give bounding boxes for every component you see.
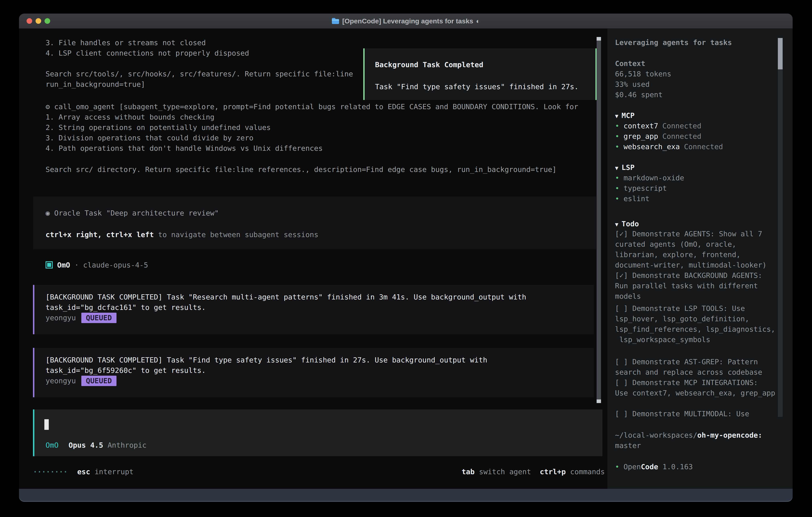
todo-line-active: lsp_workspace_symbols bbox=[615, 334, 710, 345]
main-scrollbar-thumb-top[interactable] bbox=[597, 37, 601, 40]
session-title: Leveraging agents for tasks bbox=[615, 37, 732, 48]
input-agent-name[interactable]: OmO bbox=[46, 441, 59, 449]
tool-call-line: Search src/ directory. Return specific f… bbox=[46, 164, 557, 175]
chevron-down-icon: ▼ bbox=[615, 165, 618, 171]
oracle-shortcut-hint: ctrl+x right, ctrl+x left to navigate be… bbox=[46, 229, 318, 240]
agent-header: OmO · claude-opus-4-5 bbox=[46, 260, 148, 270]
close-button[interactable] bbox=[27, 18, 32, 24]
status-dot-icon: • bbox=[615, 194, 619, 203]
tool-call-text: call_omo_agent [subagent_type=explore, p… bbox=[54, 103, 578, 111]
scrollback-line: run_in_background=true] bbox=[46, 79, 145, 89]
app-version: •OpenCode 1.0.163 bbox=[615, 462, 693, 472]
status-dot-icon: • bbox=[615, 132, 619, 140]
status-badge: QUEUED bbox=[81, 313, 116, 323]
minimize-button[interactable] bbox=[35, 18, 41, 24]
mcp-item: •websearch_exaConnected bbox=[615, 141, 723, 152]
statusbar-right: tabswitch agentctrl+pcommands bbox=[462, 467, 605, 477]
sidebar-scrollbar-thumb[interactable] bbox=[778, 38, 783, 70]
todo-line-done: models bbox=[615, 291, 641, 301]
tool-call-line: 2. String operations on potentially unde… bbox=[46, 123, 271, 133]
lsp-section-header[interactable]: ▼LSP bbox=[615, 162, 635, 173]
message-author: yeongyu bbox=[46, 314, 76, 322]
mcp-section-header[interactable]: ▼MCP bbox=[615, 110, 635, 121]
context-heading: Context bbox=[615, 58, 645, 69]
message-line: [BACKGROUND TASK COMPLETED] Task "Resear… bbox=[46, 292, 526, 302]
terminal-window: [OpenCode] Leveraging agents for tasks ◐… bbox=[19, 13, 793, 502]
mcp-heading: MCP bbox=[621, 111, 635, 119]
message-meta: yeongyuQUEUED bbox=[46, 313, 116, 323]
lsp-item-name: eslint bbox=[624, 194, 649, 203]
esc-key-hint: esc bbox=[77, 468, 90, 476]
todo-line-pending: [ ] Demonstrate MCP INTEGRATIONS: bbox=[615, 377, 758, 388]
version-number: 1.0.163 bbox=[658, 463, 693, 471]
text-cursor bbox=[45, 419, 49, 430]
esc-key-label: interrupt bbox=[94, 468, 134, 476]
mcp-item-status: Connected bbox=[662, 122, 701, 130]
prompt-input[interactable]: OmOOpus 4.5Anthropic bbox=[33, 409, 602, 456]
message-line: task_id="bg_6f59260c" to get results. bbox=[46, 365, 206, 376]
todo-line-active: lsp_hover, lsp_goto_definition, bbox=[615, 314, 749, 324]
record-icon: ◉ bbox=[46, 209, 54, 217]
status-dot-icon: • bbox=[615, 184, 619, 192]
main-scrollbar-thumb-bottom[interactable] bbox=[597, 400, 601, 403]
oracle-task-title: ◉ Oracle Task "Deep architecture review" bbox=[46, 208, 219, 218]
todo-line-done: librarian, explore, frontend, bbox=[615, 249, 741, 260]
spinner-dots: ········ bbox=[33, 468, 67, 476]
message-line: [BACKGROUND TASK COMPLETED] Task "Find t… bbox=[46, 355, 487, 365]
notification-body: Task "Find type safety issues" finished … bbox=[375, 82, 579, 92]
status-dot-icon: • bbox=[615, 174, 619, 182]
scrollback-line: 3. File handles or streams not closed bbox=[46, 37, 206, 48]
agent-model: claude-opus-4-5 bbox=[83, 261, 148, 269]
message-line: task_id="bg_dcfac161" to get results. bbox=[46, 302, 206, 313]
status-dot-icon: • bbox=[615, 463, 619, 471]
input-provider: Anthropic bbox=[108, 441, 146, 449]
mcp-item-status: Connected bbox=[684, 142, 723, 151]
agent-icon bbox=[46, 261, 53, 269]
tool-call-line: ⚙ call_omo_agent [subagent_type=explore,… bbox=[46, 102, 578, 112]
lsp-item: •eslint bbox=[615, 193, 649, 204]
workspace-repo: oh-my-opencode: bbox=[697, 431, 762, 439]
mcp-item-status: Connected bbox=[662, 132, 701, 140]
window-title: [OpenCode] Leveraging agents for tasks ◐ bbox=[331, 17, 480, 25]
chevron-down-icon: ▼ bbox=[615, 221, 618, 228]
lsp-item-name: markdown-oxide bbox=[624, 174, 684, 182]
window-bottom-edge bbox=[19, 489, 793, 502]
todo-line-active: lsp_find_references, lsp_diagnostics, bbox=[615, 324, 775, 334]
tool-call-line: 4. Path operations that don't handle Win… bbox=[46, 143, 323, 154]
status-dot-icon: • bbox=[615, 142, 619, 151]
shortcut-keys: ctrl+x right, ctrl+x left bbox=[46, 230, 154, 239]
tool-call-line: 1. Array access without bounds checking bbox=[46, 112, 214, 123]
todo-section-header[interactable]: ▼Todo bbox=[615, 219, 639, 229]
todo-line-done: document-writer, multimodal-looker) bbox=[615, 260, 766, 270]
oracle-task-box[interactable]: ◉ Oracle Task "Deep architecture review"… bbox=[33, 196, 597, 249]
scrollback-line: Search src/tools/, src/hooks/, src/featu… bbox=[46, 69, 353, 79]
context-tokens: 66,518 tokens bbox=[615, 69, 671, 79]
todo-line-done: [✓] Demonstrate AGENTS: Show all 7 bbox=[615, 229, 762, 239]
workspace-branch: master bbox=[615, 440, 641, 451]
todo-line-pending: search and replace across codebase bbox=[615, 367, 762, 377]
session-progress-icon: ◐ bbox=[476, 17, 480, 25]
background-task-message: [BACKGROUND TASK COMPLETED] Task "Find t… bbox=[33, 348, 594, 397]
todo-line-done: curated agents (OmO, oracle, bbox=[615, 239, 736, 249]
workspace-path-prefix: ~/local-workspaces/ bbox=[615, 431, 697, 439]
input-footer: OmOOpus 4.5Anthropic bbox=[46, 440, 147, 451]
workspace-path: ~/local-workspaces/oh-my-opencode: bbox=[615, 430, 762, 440]
notification-title: Background Task Completed bbox=[375, 60, 483, 70]
lsp-item: •typescript bbox=[615, 183, 667, 193]
todo-line-pending: Use context7, websearch_exa, grep_app bbox=[615, 388, 775, 398]
sidebar-scrollbar-track[interactable] bbox=[778, 38, 783, 417]
todo-line-pending: [ ] Demonstrate MULTIMODAL: Use bbox=[615, 409, 749, 419]
input-model[interactable]: Opus 4.5 bbox=[68, 441, 103, 449]
shortcut-description: to navigate between subagent sessions bbox=[154, 230, 318, 239]
titlebar[interactable]: [OpenCode] Leveraging agents for tasks ◐ bbox=[19, 13, 793, 29]
ctrlp-key-label: commands bbox=[570, 468, 605, 476]
tool-call-line: 3. Division operations that could divide… bbox=[46, 133, 253, 143]
main-scrollbar-track[interactable] bbox=[597, 37, 601, 403]
brand-prefix: Open bbox=[624, 463, 641, 471]
agent-name: OmO bbox=[57, 261, 70, 269]
lsp-heading: LSP bbox=[621, 163, 635, 171]
mcp-item-name: context7 bbox=[624, 122, 658, 130]
window-title-text: [OpenCode] Leveraging agents for tasks bbox=[342, 17, 473, 25]
zoom-button[interactable] bbox=[45, 18, 50, 24]
todo-line-done: Run parallel tasks with different bbox=[615, 281, 758, 291]
